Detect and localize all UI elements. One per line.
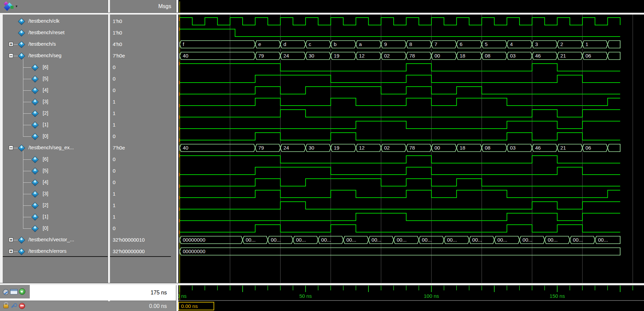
signal-name-row[interactable]: [2] [0,200,108,211]
signal-name-row[interactable]: +/testbench/errors [0,246,108,257]
signal-tree: /testbench/clk/testbench/reset+/testbenc… [0,0,108,283]
ruler-label: 0 ns [178,293,186,299]
bus-value-label: 00... [422,237,432,243]
signal-name-row[interactable]: [5] [0,165,108,177]
signal-value: 1 [110,108,176,119]
signal-name-label: [2] [43,202,48,208]
now-toolbar [0,285,30,298]
expand-plus-icon[interactable]: + [9,42,13,46]
bus-value-label: 18 [460,145,465,151]
tree-line [23,67,32,68]
bus-value-label: 00000000 [183,248,205,254]
signal-diamond-icon [31,64,39,71]
panel-divider[interactable] [108,0,110,311]
bus-value-label: 00... [296,237,306,243]
signal-value: 0 [110,165,176,177]
signal-value: 4'h0 [110,39,176,50]
signal-name-row[interactable]: [5] [0,73,108,85]
signal-name-row[interactable]: [3] [0,188,108,200]
signal-name-label: [6] [43,64,48,70]
tree-line [23,102,32,102]
signal-value: 1 [110,188,176,200]
signal-name-row[interactable]: [6] [0,62,108,73]
now-value-cell: 175 ns [110,285,176,301]
signal-value: 0 [110,62,176,73]
selection-underline [110,256,171,257]
signal-diamond-icon [31,75,39,83]
signal-diamond-icon [18,248,25,255]
signal-name-row[interactable]: /testbench/reset [0,27,108,39]
signal-name-row[interactable]: [2] [0,108,108,119]
bus-value-label: 8 [409,41,412,47]
bus-value-label: 3 [535,41,538,47]
signal-name-row[interactable]: [0] [0,131,108,142]
signal-value: 0 [110,85,176,96]
signal-value: 32'h00000000 [110,246,176,257]
bus-value-label: 08 [485,145,491,151]
signal-name-row[interactable]: −/testbench/seg_ex... [0,142,108,154]
signal-name-row[interactable]: −/testbench/seg [0,50,108,62]
row-pointer-icon: ▷ [0,253,3,258]
wrench-icon [14,303,17,307]
expand-plus-icon[interactable]: + [9,249,13,253]
signal-value: 1 [110,200,176,211]
signal-diamond-icon [31,202,39,209]
signal-diamond-icon [18,237,25,244]
bus-value-label: 00000000 [183,237,205,243]
signal-name-row[interactable]: [3] [0,96,108,108]
signal-value: 0 [110,177,176,188]
expand-plus-icon[interactable]: + [9,238,13,242]
tree-line [23,79,32,79]
bus-value-label: 02 [384,53,390,59]
signal-name-label: [3] [43,98,48,104]
signal-name-row[interactable]: [4] [0,177,108,188]
signal-name-row[interactable]: +/testbench/vector_... [0,234,108,246]
signal-name-label: /testbench/seg_ex... [28,145,74,150]
signal-name-label: [1] [43,214,48,219]
collapse-minus-icon[interactable]: − [9,53,13,58]
bus-value-label: 00... [548,237,557,243]
signal-name-row[interactable]: /testbench/clk [0,16,108,27]
window-icon[interactable] [10,289,18,294]
bus-value-label: 03 [510,145,516,151]
signal-diamond-icon [31,133,39,140]
signal-name-row[interactable]: [1] [0,119,108,131]
signal-diamond-icon [31,121,39,129]
signal-names-panel: ▾ /testbench/clk/testbench/reset+/testbe… [0,0,108,311]
tree-line [23,125,32,125]
run-icon[interactable] [19,288,25,295]
bus-value-label: 40 [183,53,188,59]
signal-name-row[interactable]: [4] [0,85,108,96]
panel-divider[interactable] [176,0,178,311]
bus-value-label: 21 [560,53,566,59]
signal-diamond-icon [31,156,39,163]
waveform-panel[interactable]: fedcba9876543214079243019120278001808034… [178,0,644,311]
cursor-value: 0.00 ns [149,301,167,311]
signal-name-label: [2] [43,110,48,116]
bus-value-label: 00 [435,145,440,151]
bus-value-label: 00... [497,237,507,243]
timeline-ruler[interactable] [178,285,644,301]
bus-value-label: 00... [573,237,583,243]
signal-name-row[interactable]: +/testbench/s [0,39,108,50]
bus-value-label: 00... [447,237,457,243]
signal-name-label: /testbench/vector_... [28,237,74,242]
signal-name-row[interactable]: [0] [0,223,108,234]
cursor-box-label: 0.00 ns [181,303,198,309]
signal-name-label: /testbench/clk [28,18,60,24]
bus-value-label: 5 [485,41,488,47]
tree-line [23,205,32,206]
bus-value-label: 12 [359,145,365,151]
bus-value-label: c [309,41,311,47]
bus-value-label: 9 [384,41,387,47]
signal-name-label: [0] [43,133,48,139]
bus-value-label: d [284,41,286,47]
waveform-canvas[interactable]: fedcba9876543214079243019120278001808034… [178,0,644,311]
bus-value-label: 00... [598,237,608,243]
remove-cursor-icon[interactable] [19,303,25,309]
bus-value-label: 12 [359,53,365,59]
signal-value: 7'h0e [110,142,176,154]
signal-name-row[interactable]: [6] [0,154,108,165]
collapse-minus-icon[interactable]: − [9,146,13,150]
signal-name-row[interactable]: [1] [0,211,108,223]
